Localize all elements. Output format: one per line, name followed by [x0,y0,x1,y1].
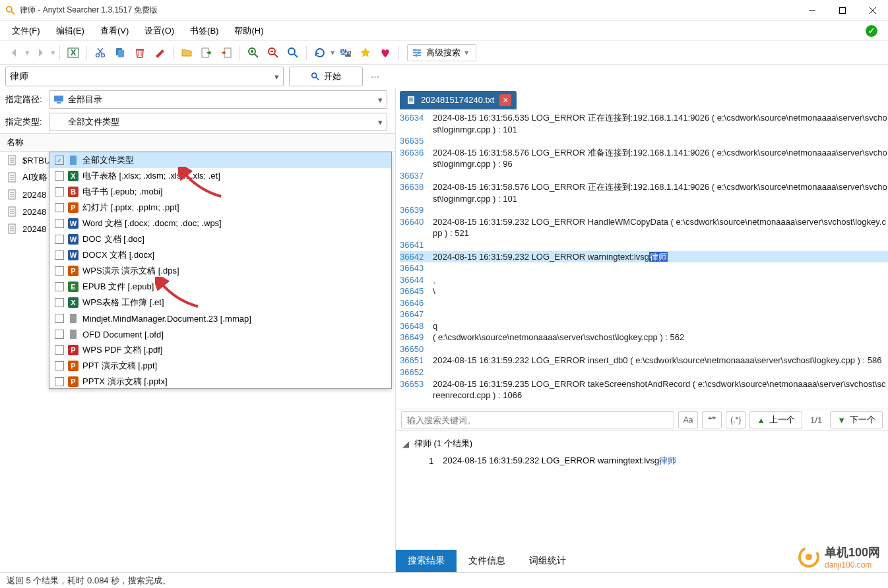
log-line[interactable]: 366382024-08-15 16:31:58.576 LOG_ERROR 正… [400,181,888,204]
log-line[interactable]: 36646 [400,297,888,309]
forward-dropdown-icon[interactable]: ▾ [51,47,55,57]
menu-view[interactable]: 查看(V) [94,22,135,40]
log-line[interactable]: 366362024-08-15 16:31:58.576 LOG_ERROR 准… [400,147,888,170]
checkbox[interactable] [55,266,64,276]
checkbox[interactable] [55,361,64,370]
type-option[interactable]: WDOCX 文档 [.docx] [49,247,391,263]
search-combo[interactable] [5,67,284,86]
clear-icon[interactable] [150,44,169,62]
type-option[interactable]: XWPS表格 工作簿 [.et] [49,295,391,310]
menu-edit[interactable]: 编辑(E) [49,22,91,40]
back-button[interactable] [5,44,24,62]
log-line[interactable]: 36643 [400,262,888,274]
tab-word-stats[interactable]: 词组统计 [517,550,578,572]
more-options-button[interactable]: ⋯ [368,72,381,82]
forward-button[interactable] [31,44,49,62]
log-line[interactable]: 36648q [400,320,888,332]
tab-close-button[interactable]: × [499,94,511,106]
type-option[interactable]: X电子表格 [.xlsx; .xlsm; .xlsb; .xls; .et] [49,168,391,184]
collapse-icon[interactable]: ◢ [402,439,409,449]
log-line[interactable]: 366512024-08-15 16:31:59.232 LOG_ERROR i… [400,355,888,367]
menu-bookmarks[interactable]: 书签(B) [183,22,225,40]
translate-icon[interactable]: 文A [336,44,355,62]
delete-icon[interactable] [131,44,149,62]
type-option[interactable]: PPPTX 演示文稿 [.pptx] [49,374,391,389]
checkbox[interactable] [55,298,64,307]
find-input[interactable] [401,411,674,428]
zoom-in-icon[interactable] [244,44,263,62]
checkbox[interactable]: ✓ [55,156,64,165]
tab-search-results[interactable]: 搜索结果 [396,550,457,572]
type-option[interactable]: PWPS演示 演示文稿 [.dps] [49,263,391,279]
checkbox[interactable] [55,187,64,196]
checkbox[interactable] [55,203,64,212]
import-icon[interactable] [217,44,236,62]
export-icon[interactable] [197,44,216,62]
type-option[interactable]: Mindjet.MindManager.Document.23 [.mmap] [49,310,391,326]
match-row[interactable]: 12024-08-15 16:31:59.232 LOG_ERROR warni… [402,452,881,469]
search-input[interactable] [10,71,274,82]
find-prev-button[interactable]: ▲上一个 [749,411,802,428]
search-history-dropdown-icon[interactable] [274,72,279,82]
type-option[interactable]: WDOC 文档 [.doc] [49,231,391,247]
checkbox[interactable] [55,314,64,323]
heart-icon[interactable] [376,44,395,62]
star-icon[interactable] [356,44,375,62]
file-tab[interactable]: 2024815174240.txt × [400,91,517,109]
advanced-search-button[interactable]: 高级搜索 ▾ [407,44,476,61]
menu-file[interactable]: 文件(F) [5,22,47,40]
type-option[interactable]: B电子书 [.epub; .mobi] [49,184,391,200]
tab-file-info[interactable]: 文件信息 [457,550,517,572]
excel-export-icon[interactable]: X [64,44,82,62]
path-filter-combo[interactable]: 全部目录 [49,90,387,109]
checkbox[interactable] [55,282,64,291]
menu-settings[interactable]: 设置(O) [138,22,181,40]
start-search-button[interactable]: 开始 [289,67,363,86]
log-line[interactable]: 36650 [400,343,888,355]
close-button[interactable] [858,0,888,21]
checkbox[interactable] [55,345,64,355]
cut-icon[interactable] [91,44,110,62]
log-line[interactable]: 36637 [400,170,888,182]
refresh-dropdown-icon[interactable]: ▾ [331,47,335,57]
log-line[interactable]: 366342024-08-15 16:31:56.535 LOG_ERROR 正… [400,112,888,135]
log-view[interactable]: 366342024-08-15 16:31:56.535 LOG_ERROR 正… [396,109,888,409]
type-filter-combo[interactable]: 全部文件类型 [49,113,387,131]
type-option[interactable]: P幻灯片 [.pptx; .pptm; .ppt] [49,200,391,216]
log-line[interactable]: 36647 [400,309,888,320]
menu-help[interactable]: 帮助(H) [228,22,270,40]
type-dropdown[interactable]: ✓全部文件类型X电子表格 [.xlsx; .xlsm; .xlsb; .xls;… [49,152,392,389]
zoom-out-icon[interactable] [264,44,282,62]
log-line[interactable]: 36644、 [400,274,888,286]
checkbox[interactable] [55,235,64,244]
log-line[interactable]: 366532024-08-15 16:31:59.235 LOG_ERROR t… [400,378,888,401]
checkbox[interactable] [55,330,64,339]
type-option[interactable]: ✓全部文件类型 [49,152,391,168]
type-option[interactable]: PWPS PDF 文档 [.pdf] [49,342,391,358]
log-line[interactable]: 36641 [400,239,888,251]
maximize-button[interactable] [827,0,858,21]
regex-toggle[interactable]: (.*) [726,411,745,428]
search-icon[interactable] [284,44,302,62]
refresh-icon[interactable] [311,44,329,62]
type-option[interactable]: EEPUB 文件 [.epub] [49,279,391,295]
type-option[interactable]: OFD Document [.ofd] [49,326,391,342]
type-option[interactable]: WWord 文档 [.docx; .docm; .doc; .wps] [49,216,391,231]
log-line[interactable]: 366422024-08-15 16:31:59.232 LOG_ERROR w… [400,251,888,263]
copy-icon[interactable] [111,44,129,62]
checkbox[interactable] [55,219,64,228]
back-dropdown-icon[interactable]: ▾ [25,47,30,57]
checkbox[interactable] [55,250,64,260]
log-line[interactable]: 36635 [400,135,888,147]
match-case-toggle[interactable]: Aa [678,411,698,428]
results-list[interactable]: $RTBUAI攻略202482024820248 ✓全部文件类型X电子表格 [.… [0,152,395,572]
checkbox[interactable] [55,171,64,181]
find-next-button[interactable]: ▼下一个 [830,411,883,428]
log-line[interactable]: 36645\ [400,285,888,297]
whole-word-toggle[interactable]: ❝❞ [702,411,722,428]
minimize-button[interactable] [797,0,827,21]
type-option[interactable]: PPPT 演示文稿 [.ppt] [49,358,391,374]
checkbox[interactable] [55,377,64,386]
log-line[interactable]: 36649( e:\csdwork\source\netmonaaaa\serv… [400,332,888,343]
log-line[interactable]: 36652 [400,367,888,378]
